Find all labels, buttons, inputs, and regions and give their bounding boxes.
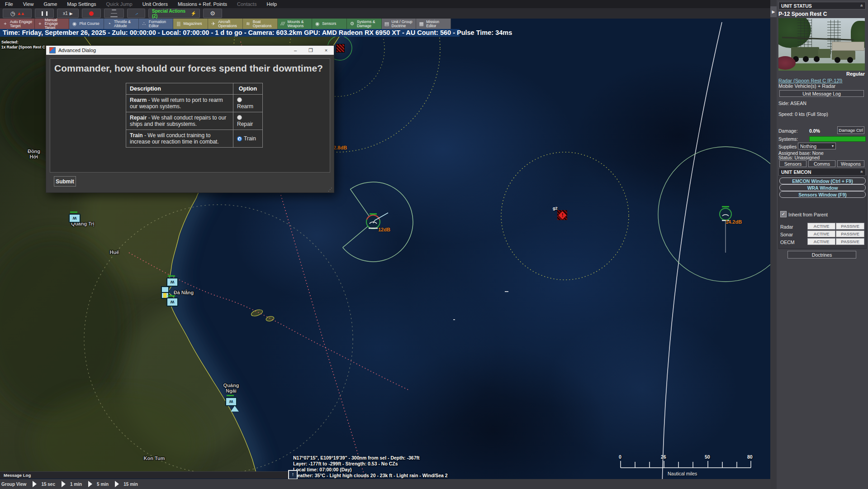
tab-weapons[interactable]: Weapons bbox=[837, 160, 864, 167]
sidebar-expand-button[interactable]: ▶ bbox=[770, 6, 777, 17]
sonar-active-button[interactable]: ACTIVE bbox=[807, 230, 835, 237]
magazines-button[interactable]: |||Magazines bbox=[173, 19, 208, 29]
sensors-button[interactable]: ◉Sensors bbox=[312, 19, 347, 29]
eye-icon: ◉ bbox=[314, 22, 320, 26]
oecm-active-button[interactable]: ACTIVE bbox=[807, 238, 835, 245]
boat-operations-button[interactable]: ≋Boat Operations bbox=[243, 19, 278, 29]
sensor-coverage-east bbox=[658, 147, 770, 282]
play-step-icon[interactable] bbox=[88, 481, 92, 487]
hostile-site-icon[interactable] bbox=[336, 44, 345, 53]
course-arrow-icon: ◉ bbox=[71, 22, 77, 26]
sea-contact-mark bbox=[505, 291, 508, 292]
wra-window-button[interactable]: WRA Window bbox=[779, 184, 866, 191]
unit-message-log-button[interactable]: Unit Message Log bbox=[779, 90, 864, 97]
menu-map-settings[interactable]: Map Settings bbox=[62, 0, 101, 8]
plot-course-button[interactable]: ◉Plot Course bbox=[69, 19, 104, 29]
close-button[interactable]: × bbox=[318, 46, 334, 55]
formation-editor-button[interactable]: ∴Formation Editor bbox=[139, 19, 174, 29]
oecm-passive-button[interactable]: PASSIVE bbox=[836, 238, 864, 245]
play-step-icon[interactable] bbox=[115, 481, 119, 487]
step-15sec[interactable]: 15 sec bbox=[41, 482, 55, 487]
radar-passive-button[interactable]: PASSIVE bbox=[836, 223, 864, 230]
friendly-radar-unit-da-nang-1[interactable]: ʍ bbox=[166, 278, 178, 287]
time-step-button[interactable] bbox=[104, 9, 124, 18]
aircraft-icon: ✈ bbox=[210, 22, 216, 26]
scale-tick-0: 0 bbox=[619, 454, 621, 460]
unit-emcon-header[interactable]: UNIT EMCON» bbox=[778, 168, 866, 176]
step-1min[interactable]: 1 min bbox=[70, 482, 82, 487]
selected-value: 1x Radar (Spoon Rest C bbox=[1, 45, 45, 49]
friendly-radar-unit-quang-ngai[interactable]: ʍ bbox=[225, 397, 237, 406]
step-5min[interactable]: 5 min bbox=[97, 482, 109, 487]
supplies-value: Nothing bbox=[800, 144, 816, 149]
tab-comms[interactable]: Comms bbox=[808, 160, 835, 167]
pause-button[interactable] bbox=[35, 9, 54, 18]
jump-button[interactable]: → bbox=[127, 9, 145, 18]
scale-tick-26: 26 bbox=[661, 454, 666, 460]
unit-photo bbox=[778, 18, 865, 71]
special-actions-button[interactable]: Special Actions (2) ⚡ bbox=[148, 9, 200, 18]
doctrines-button[interactable]: Doctrines bbox=[787, 251, 856, 259]
systems-damage-button[interactable]: ⚙Systems & Damage bbox=[347, 19, 382, 29]
mission-editor-button[interactable]: ▦Mission Editor bbox=[416, 19, 451, 29]
inherit-parent-checkbox[interactable]: ✓ bbox=[780, 211, 787, 217]
hostile-contact-icon[interactable]: ! bbox=[557, 210, 567, 220]
repair-radio[interactable] bbox=[237, 115, 242, 120]
play-speed-button[interactable]: x1 ▶ bbox=[57, 9, 79, 18]
menu-game[interactable]: Game bbox=[38, 0, 62, 8]
resize-grip[interactable]: ⋰ bbox=[328, 187, 332, 192]
menu-file[interactable]: File bbox=[0, 0, 18, 8]
main-toolbar: +Auto Engage Target +Manual Engage Targe… bbox=[0, 19, 451, 29]
unit-status-sidebar: UNIT STATUS» P-12 Spoon Rest C Regular R… bbox=[777, 0, 868, 489]
time-status-bar: Time: Friday, September 26, 2025 - Zulu:… bbox=[0, 29, 460, 37]
expand-up-icon[interactable]: ↑ bbox=[288, 470, 298, 479]
settings-button[interactable]: ⚙ bbox=[203, 9, 222, 18]
tab-sensors[interactable]: Sensors bbox=[779, 160, 806, 167]
contact-designation-label: g2 bbox=[553, 206, 558, 211]
unit-status-header[interactable]: UNIT STATUS» bbox=[778, 2, 866, 10]
submit-button[interactable]: Submit bbox=[54, 176, 76, 187]
menu-missions-ref-points[interactable]: Missions + Ref. Points bbox=[173, 0, 232, 8]
play-step-icon[interactable] bbox=[33, 481, 37, 487]
record-button[interactable] bbox=[82, 9, 101, 18]
supplies-dropdown[interactable]: Nothing ▾ bbox=[798, 143, 836, 149]
damage-ctrl-button[interactable]: Damage Ctrl bbox=[837, 126, 864, 134]
unit-db-link[interactable]: Radar (Spoon Rest C [P-12]) bbox=[778, 78, 842, 83]
maximize-button[interactable]: ❐ bbox=[303, 46, 318, 55]
menu-quick-jump[interactable]: Quick Jump bbox=[101, 0, 138, 8]
emcon-row-label-radar: Radar bbox=[780, 224, 793, 230]
unit-group-doctrine-button[interactable]: ▤Unit / Group Doctrine bbox=[382, 19, 417, 29]
emcon-window-button[interactable]: EMCON Window (Ctrl + F9) bbox=[779, 177, 866, 184]
manual-engage-target-button[interactable]: +Manual Engage Target bbox=[35, 19, 70, 29]
auto-engage-target-button[interactable]: +Auto Engage Target bbox=[0, 19, 35, 29]
rearm-radio[interactable] bbox=[237, 97, 242, 102]
minimize-button[interactable]: – bbox=[288, 46, 303, 55]
status-localtime-line: Local time: 07:00:00 (Day) bbox=[293, 467, 352, 472]
sonar-passive-button[interactable]: PASSIVE bbox=[836, 230, 864, 237]
menu-contacts[interactable]: Contacts bbox=[232, 0, 261, 8]
mounts-weapons-button[interactable]: ///Mounts & Weapons bbox=[278, 19, 313, 29]
time-compression-button[interactable]: ◷ ▲▲ bbox=[3, 9, 32, 18]
dialog-heading: Commander, how should our forces spend t… bbox=[54, 63, 326, 74]
repair-radio-label: Repair bbox=[237, 121, 253, 127]
rearm-radio-label: Rearm bbox=[237, 103, 253, 110]
throttle-altitude-button[interactable]: ◔Throttle & Altitude bbox=[104, 19, 139, 29]
friendly-radar-unit-da-nang-2[interactable]: ʍ bbox=[166, 297, 178, 307]
dialog-title-bar[interactable]: Advanced Dialog – ❐ × bbox=[46, 46, 334, 55]
play-step-icon[interactable] bbox=[62, 481, 66, 487]
step-15min[interactable]: 15 min bbox=[123, 482, 138, 487]
message-log-bar[interactable]: Message Log bbox=[0, 471, 288, 479]
menu-help[interactable]: Help bbox=[261, 0, 282, 8]
gauge-icon: ◔ bbox=[106, 22, 112, 26]
friendly-triangle-unit[interactable] bbox=[231, 406, 239, 412]
sensor-unit-ring-east bbox=[720, 208, 731, 220]
sensors-window-button[interactable]: Sensors Window (F9) bbox=[779, 191, 866, 198]
aircraft-operations-button[interactable]: ✈Aircraft Operations bbox=[208, 19, 243, 29]
menu-view[interactable]: View bbox=[18, 0, 39, 8]
group-view-label[interactable]: Group View bbox=[1, 482, 26, 487]
train-radio[interactable] bbox=[237, 136, 242, 141]
friendly-radar-unit-quang-tri[interactable]: ʍ bbox=[69, 214, 81, 223]
radar-active-button[interactable]: ACTIVE bbox=[807, 223, 835, 230]
menu-unit-orders[interactable]: Unit Orders bbox=[138, 0, 173, 8]
city-label-da-nang: Đà Nẵng bbox=[170, 290, 198, 295]
